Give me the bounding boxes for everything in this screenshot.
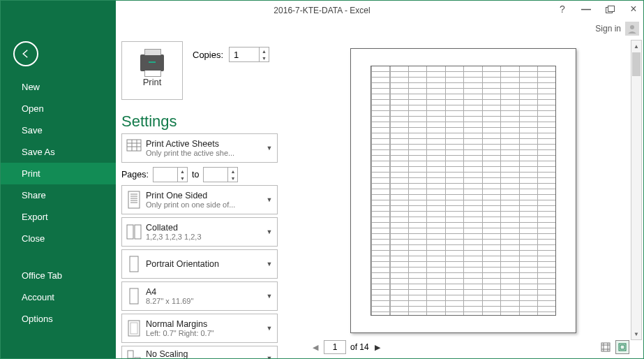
scroll-up-icon[interactable]: ▲ — [631, 41, 641, 52]
sides-dropdown[interactable]: Print One SidedOnly print on one side of… — [121, 185, 278, 214]
sidebar-item-label: Close — [22, 233, 45, 244]
chevron-down-icon: ▼ — [262, 228, 277, 235]
sidebar-item-print[interactable]: Print — [1, 163, 116, 184]
pages-from-input[interactable] — [153, 168, 177, 182]
print-what-dropdown[interactable]: Print Active SheetsOnly print the active… — [121, 133, 278, 163]
svg-rect-16 — [130, 256, 138, 272]
sidebar-item-share[interactable]: Share — [1, 184, 116, 206]
sidebar-item-label: New — [22, 82, 40, 92]
copies-down[interactable]: ▼ — [260, 54, 269, 61]
svg-rect-14 — [127, 225, 133, 239]
settings-heading: Settings — [121, 112, 278, 131]
margins-dropdown[interactable]: Normal MarginsLeft: 0.7" Right: 0.7" ▼ — [121, 314, 278, 343]
sidebar-item-options[interactable]: Options — [1, 308, 116, 330]
sidebar-item-label: Save — [22, 125, 43, 135]
svg-rect-17 — [130, 288, 138, 304]
pages-from-down[interactable]: ▼ — [178, 175, 187, 182]
sidebar-item-new[interactable]: New — [1, 76, 116, 98]
copies-row: Copies: ▲▼ — [193, 47, 269, 62]
opt-title: Print One Sided — [146, 191, 262, 200]
scroll-down-icon[interactable]: ▼ — [631, 328, 641, 339]
collate-dropdown[interactable]: Collated1,2,3 1,2,3 1,2,3 ▼ — [121, 217, 278, 247]
svg-rect-20 — [128, 351, 133, 358]
current-page-input[interactable] — [324, 340, 346, 354]
sidebar-item-close[interactable]: Close — [1, 228, 116, 249]
pages-to-up[interactable]: ▲ — [228, 168, 237, 175]
sidebar-item-label: Open — [22, 103, 44, 114]
pages-from-up[interactable]: ▲ — [178, 168, 187, 175]
sidebar-item-label: Account — [22, 292, 54, 302]
pages-to-label: to — [192, 170, 199, 180]
restore-button[interactable] — [603, 2, 617, 16]
print-preview: ▲ ▼ — [283, 37, 643, 359]
opt-title: Collated — [146, 223, 262, 233]
zoom-controls — [599, 340, 629, 354]
scroll-thumb[interactable] — [632, 52, 641, 76]
sidebar-item-saveas[interactable]: Save As — [1, 141, 116, 163]
opt-sub: Only print the active she... — [146, 149, 262, 157]
prev-page-button[interactable]: ◀ — [311, 343, 320, 352]
paper-size-dropdown[interactable]: A48.27" x 11.69" ▼ — [121, 281, 278, 311]
opt-title: Portrait Orientation — [146, 259, 262, 269]
opt-sub: Only print on one side of... — [146, 200, 262, 209]
svg-rect-15 — [135, 225, 141, 239]
sheets-icon — [122, 139, 146, 157]
sidebar-item-export[interactable]: Export — [1, 206, 116, 228]
orientation-dropdown[interactable]: Portrait Orientation ▼ — [121, 249, 278, 279]
pages-label: Pages: — [121, 170, 149, 180]
titlebar: 2016-7-KTE-DATA - Excel ? — × — [1, 1, 643, 20]
copies-spinner[interactable]: ▲▼ — [229, 47, 269, 62]
sidebar-item-label: Share — [22, 190, 46, 200]
total-pages-label: of 14 — [350, 342, 369, 352]
titlebar-green-strip — [1, 1, 116, 20]
print-button-label: Print — [143, 77, 162, 87]
pages-to-input[interactable] — [204, 168, 227, 182]
content-area: Print Copies: ▲▼ Settings Print Active S… — [116, 37, 643, 359]
signin-link[interactable]: Sign in — [595, 24, 621, 34]
pages-row: Pages: ▲▼ to ▲▼ — [121, 167, 278, 182]
show-margins-button[interactable] — [599, 340, 613, 354]
opt-title: Print Active Sheets — [146, 139, 262, 149]
opt-sub: 1,2,3 1,2,3 1,2,3 — [146, 233, 262, 241]
scaling-dropdown[interactable]: No ScalingPrint sheets at their actual..… — [121, 346, 278, 359]
sidebar-item-label: Print — [22, 168, 40, 179]
print-settings-column: Print Copies: ▲▼ Settings Print Active S… — [116, 37, 283, 359]
svg-rect-3 — [127, 140, 141, 151]
preview-grid — [370, 66, 556, 316]
back-button[interactable] — [13, 41, 38, 66]
help-button[interactable]: ? — [555, 2, 569, 16]
margins-icon — [122, 319, 146, 337]
pages-from-spinner[interactable]: ▲▼ — [153, 167, 188, 182]
signin-green-strip — [1, 20, 116, 37]
copies-input[interactable] — [230, 47, 259, 61]
minimize-button[interactable]: — — [579, 2, 593, 16]
main-area: New Open Save Save As Print Share Export… — [1, 37, 643, 359]
sidebar-item-label: Save As — [22, 147, 55, 157]
next-page-button[interactable]: ▶ — [373, 343, 382, 352]
collate-icon — [122, 223, 146, 241]
sidebar-item-label: Export — [22, 212, 48, 222]
backstage-sidebar: New Open Save Save As Print Share Export… — [1, 37, 116, 359]
sidebar-item-account[interactable]: Account — [1, 286, 116, 308]
opt-title: No Scaling — [146, 349, 262, 359]
sidebar-item-open[interactable]: Open — [1, 98, 116, 119]
portrait-icon — [122, 255, 146, 273]
print-button[interactable]: Print — [121, 41, 183, 100]
sidebar-item-save[interactable]: Save — [1, 119, 116, 141]
avatar[interactable] — [625, 22, 639, 36]
chevron-down-icon: ▼ — [262, 293, 277, 300]
sidebar-item-officetab[interactable]: Office Tab — [1, 265, 116, 286]
page-icon — [122, 191, 146, 209]
opt-title: Normal Margins — [146, 319, 262, 329]
preview-scrollbar[interactable]: ▲ ▼ — [631, 40, 642, 340]
copies-up[interactable]: ▲ — [260, 47, 269, 54]
zoom-to-page-button[interactable] — [615, 340, 629, 354]
pages-to-spinner[interactable]: ▲▼ — [203, 167, 238, 182]
pages-to-down[interactable]: ▼ — [228, 175, 237, 182]
close-button[interactable]: × — [627, 2, 641, 16]
svg-rect-28 — [620, 345, 624, 349]
svg-rect-1 — [608, 6, 614, 11]
paper-icon — [122, 287, 146, 305]
opt-sub: Left: 0.7" Right: 0.7" — [146, 329, 262, 337]
scaling-icon — [122, 349, 146, 359]
